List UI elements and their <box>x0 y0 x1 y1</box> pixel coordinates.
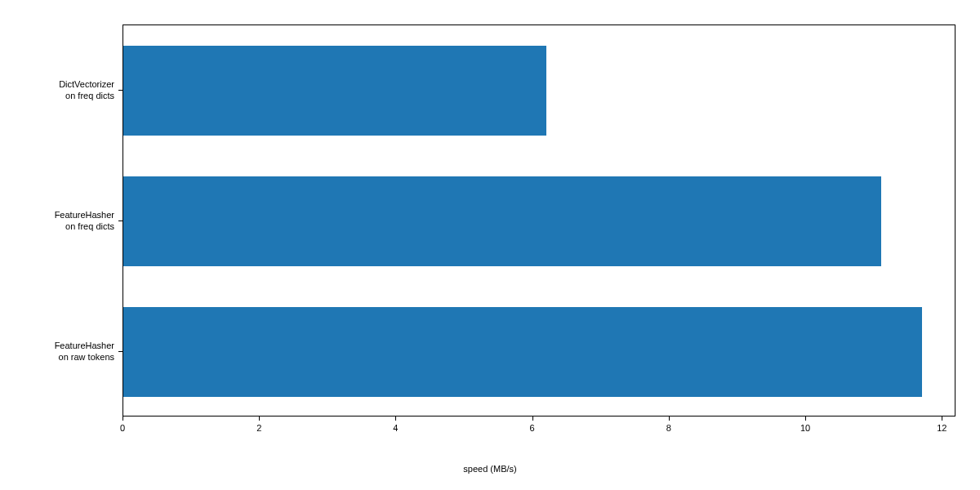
x-tick-label: 6 <box>530 423 535 433</box>
y-tick-mark <box>118 351 122 352</box>
x-tick-label: 8 <box>666 423 671 433</box>
x-tick-label: 4 <box>393 423 398 433</box>
chart-container: DictVectorizer on freq dicts FeatureHash… <box>0 0 980 490</box>
x-tick-mark <box>669 416 670 421</box>
bar-featurehasher-raw <box>123 307 922 397</box>
y-tick-label: FeatureHasher on freq dicts <box>55 209 114 233</box>
bar-featurehasher-freq <box>123 176 881 266</box>
x-tick-mark <box>532 416 533 421</box>
x-axis-label: speed (MB/s) <box>463 464 516 474</box>
y-tick-mark <box>118 90 122 91</box>
y-tick-label: DictVectorizer on freq dicts <box>59 78 114 102</box>
x-tick-mark <box>805 416 806 421</box>
x-tick-label: 10 <box>800 423 810 433</box>
x-tick-label: 2 <box>256 423 261 433</box>
x-tick-mark <box>942 416 942 421</box>
y-tick-mark <box>118 220 122 221</box>
bar-dictvectorizer <box>123 46 546 136</box>
y-tick-label: FeatureHasher on raw tokens <box>55 340 114 363</box>
plot-area <box>122 24 956 416</box>
x-tick-mark <box>122 416 123 421</box>
x-tick-mark <box>395 416 396 421</box>
x-tick-label: 0 <box>120 423 125 433</box>
x-tick-label: 12 <box>937 423 947 433</box>
x-tick-mark <box>259 416 260 421</box>
